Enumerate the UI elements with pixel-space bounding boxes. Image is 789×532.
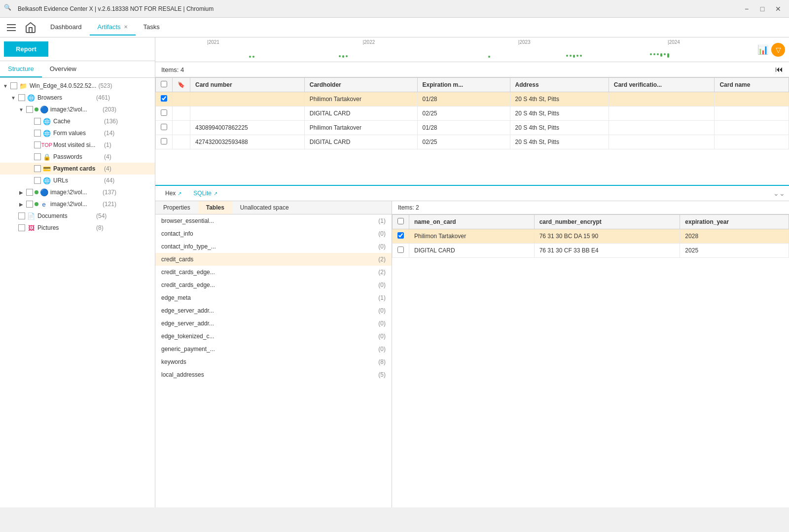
checkbox-browsers[interactable]: [18, 94, 25, 101]
col-header-cardname[interactable]: Card name: [715, 78, 789, 92]
close-button[interactable]: ✕: [771, 3, 785, 15]
row-check[interactable]: [156, 106, 173, 121]
tab-sqlite[interactable]: SQLite ↗: [187, 188, 223, 199]
tab-hex[interactable]: Hex ↗: [159, 188, 187, 199]
expand-icon2[interactable]: ▶: [18, 189, 25, 196]
table-list-item[interactable]: keywords(8): [155, 355, 392, 368]
tree-node-image2[interactable]: ▶ 🔵 image:\2\vol... (137): [0, 186, 155, 198]
table-list-item[interactable]: credit_cards_edge...(2): [155, 266, 392, 279]
tab-tasks[interactable]: Tasks: [136, 19, 168, 35]
checkbox-mostvisited[interactable]: [34, 142, 41, 148]
checkbox-pictures[interactable]: [18, 224, 25, 231]
table-row[interactable]: 4308994007862225 Philimon Tartakover 01/…: [156, 121, 789, 135]
table-row[interactable]: 4274320032593488 DIGITAL CARD 02/25 20 S…: [156, 135, 789, 149]
tab-tables[interactable]: Tables: [198, 201, 232, 214]
table-list-item[interactable]: credit_cards_edge...(0): [155, 279, 392, 291]
tab-artifacts[interactable]: Artifacts ✕: [90, 19, 136, 35]
tree-node-urls[interactable]: ▶ 🌐 URLs (44): [0, 175, 155, 186]
expand-icon3[interactable]: ▶: [18, 201, 25, 208]
tree-node-documents[interactable]: ▶ 📄 Documents (54): [0, 210, 155, 222]
external-link-icon-hex: ↗: [178, 191, 181, 196]
table-list-item[interactable]: edge_server_addr...(0): [155, 317, 392, 330]
sqlite-col-name[interactable]: name_on_card: [409, 215, 535, 229]
table-item-name: credit_cards_edge...: [161, 269, 215, 276]
sqlite-col-year[interactable]: expiration_year: [680, 215, 789, 229]
expand-icon[interactable]: ▼: [2, 82, 9, 89]
sqlite-col-check[interactable]: [393, 215, 409, 229]
timeline-year-2022: |2022: [362, 39, 375, 45]
table-list-item[interactable]: edge_server_addr...(0): [155, 304, 392, 317]
table-list-item[interactable]: generic_payment_...(0): [155, 343, 392, 355]
row-check[interactable]: [156, 121, 173, 135]
bottom-content: Properties Tables Unallocated space brow…: [155, 201, 789, 507]
checkbox-image3[interactable]: [26, 201, 33, 208]
table-list-item[interactable]: contact_info_type_...(0): [155, 240, 392, 253]
tree-node-pictures[interactable]: ▶ 🖼 Pictures (8): [0, 222, 155, 234]
checkbox-paymentcards[interactable]: [34, 165, 41, 172]
checkbox-cache[interactable]: [34, 118, 41, 125]
table-row[interactable]: DIGITAL CARD 02/25 20 S 4th St, Pitts: [156, 106, 789, 121]
expand-icon[interactable]: ▼: [18, 106, 25, 113]
col-header-address[interactable]: Address: [510, 78, 609, 92]
sqlite-row-check[interactable]: [393, 229, 409, 244]
sidebar-tab-structure[interactable]: Structure: [0, 61, 42, 77]
select-all-checkbox[interactable]: [161, 81, 167, 87]
row-bookmark[interactable]: [173, 135, 190, 149]
row-bookmark[interactable]: [173, 92, 190, 106]
node-label-cache: Cache: [53, 118, 102, 125]
tab-artifacts-close[interactable]: ✕: [124, 24, 128, 30]
filter-button[interactable]: ▽: [771, 43, 785, 57]
sqlite-table-row[interactable]: Philimon Tartakover 76 31 30 BC DA 15 90…: [393, 229, 789, 244]
tree-node-cache[interactable]: ▶ 🌐 Cache (136): [0, 115, 155, 127]
table-row[interactable]: Philimon Tartakover 01/28 20 S 4th St, P…: [156, 92, 789, 106]
checkbox-image1[interactable]: [26, 106, 33, 113]
col-header-check[interactable]: [156, 78, 173, 92]
checkbox-urls[interactable]: [34, 177, 41, 184]
folder-icon: 📁: [19, 81, 28, 90]
sidebar-tab-overview[interactable]: Overview: [42, 61, 84, 77]
tab-properties[interactable]: Properties: [155, 201, 198, 214]
tree-node-paymentcards[interactable]: ▶ 💳 Payment cards (4): [0, 163, 155, 175]
first-page-button[interactable]: ⏮: [775, 65, 783, 74]
tab-unallocated[interactable]: Unallocated space: [232, 201, 297, 214]
sqlite-select-all[interactable]: [397, 218, 404, 224]
table-list-item[interactable]: contact_info(0): [155, 227, 392, 240]
tree-node-passwords[interactable]: ▶ 🔒 Passwords (4): [0, 151, 155, 163]
hamburger-menu[interactable]: [4, 20, 19, 35]
tree-node-browsers[interactable]: ▼ 🌐 Browsers (461): [0, 92, 155, 104]
checkbox-passwords[interactable]: [34, 153, 41, 160]
tab-dashboard[interactable]: Dashboard: [42, 19, 90, 35]
sqlite-row-check[interactable]: [393, 244, 409, 258]
tree-node-image1[interactable]: ▼ 🔵 image:\2\vol... (203): [0, 104, 155, 115]
table-list-item[interactable]: browser_essential...(1): [155, 214, 392, 227]
sqlite-table-row[interactable]: DIGITAL CARD 76 31 30 CF 33 BB E4 2025: [393, 244, 789, 258]
expand-icon[interactable]: ▼: [10, 94, 17, 101]
row-check[interactable]: [156, 92, 173, 106]
maximize-button[interactable]: □: [755, 3, 769, 15]
checkbox-win-edge[interactable]: [10, 82, 17, 89]
row-bookmark[interactable]: [173, 106, 190, 121]
tree-node-image3[interactable]: ▶ e image:\2\vol... (121): [0, 198, 155, 210]
table-list-item[interactable]: credit_cards(2): [155, 253, 392, 266]
tree-node-win-edge[interactable]: ▼ 📁 Win_Edge_84.0.522.52... (523): [0, 80, 155, 92]
col-header-verification[interactable]: Card verificatio...: [609, 78, 715, 92]
table-list-item[interactable]: edge_meta(1): [155, 291, 392, 304]
collapse-button[interactable]: ⌄⌄: [773, 189, 785, 197]
table-list-item[interactable]: local_addresses(5): [155, 368, 392, 381]
report-button[interactable]: Report: [4, 41, 48, 57]
tree-node-mostvisited[interactable]: ▶ TOP Most visited si... (1): [0, 139, 155, 151]
row-bookmark[interactable]: [173, 121, 190, 135]
tree-node-formvalues[interactable]: ▶ 🌐 Form values (14): [0, 127, 155, 139]
checkbox-formvalues[interactable]: [34, 130, 41, 137]
home-button[interactable]: [23, 20, 38, 35]
minimize-button[interactable]: −: [740, 3, 753, 15]
col-header-cardholder[interactable]: Cardholder: [304, 78, 417, 92]
table-list-item[interactable]: edge_tokenized_c...(0): [155, 330, 392, 343]
table-item-count: (0): [378, 307, 386, 314]
checkbox-documents[interactable]: [18, 213, 25, 219]
col-header-expiration[interactable]: Expiration m...: [417, 78, 510, 92]
col-header-cardnumber[interactable]: Card number: [190, 78, 305, 92]
sqlite-col-number[interactable]: card_number_encrypt: [534, 215, 680, 229]
row-check[interactable]: [156, 135, 173, 149]
checkbox-image2[interactable]: [26, 189, 33, 196]
